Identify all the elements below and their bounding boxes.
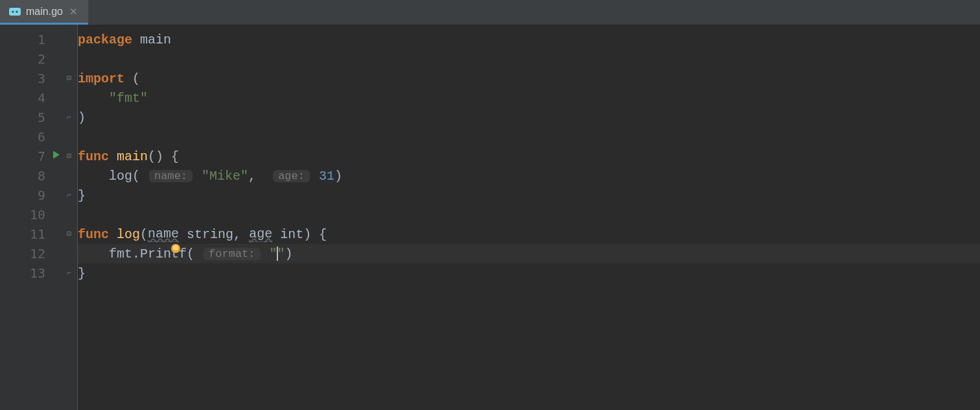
editor-viewport: 1 2 3 4 5 6 7 8 9 10 11 12 13 ⊟ ⌐ — [0, 25, 980, 410]
run-gutter-icon[interactable] — [52, 151, 61, 163]
fold-end-icon: ⌐ — [67, 269, 71, 277]
tab-bar: main.go ✕ — [0, 0, 980, 25]
code-line[interactable] — [78, 205, 980, 224]
keyword-token: import — [78, 71, 124, 86]
fold-toggle-icon[interactable]: ⊟ — [67, 230, 71, 238]
param-hint: name: — [149, 170, 192, 182]
code-line[interactable]: func log(name string, age int) { — [78, 224, 980, 244]
punct-token: } — [78, 266, 86, 281]
keyword-token: package — [78, 32, 132, 47]
line-number: 2 — [38, 51, 45, 67]
punct-token: () { — [148, 149, 179, 164]
close-icon[interactable]: ✕ — [68, 5, 79, 18]
line-number: 9 — [38, 187, 45, 203]
line-number: 10 — [30, 207, 45, 223]
code-line[interactable]: func main() { — [78, 147, 980, 166]
function-name-token: main — [117, 149, 148, 164]
line-number: 11 — [30, 226, 45, 242]
line-number: 13 — [30, 265, 45, 281]
line-number: 4 — [38, 90, 45, 106]
line-number: 12 — [30, 246, 45, 261]
code-line[interactable]: } — [78, 263, 980, 283]
code-line[interactable]: } — [78, 186, 980, 205]
line-number: 1 — [38, 32, 45, 47]
editor-root: main.go ✕ 1 2 3 4 5 6 7 8 9 10 11 12 13 — [0, 0, 980, 410]
svg-point-1 — [12, 10, 14, 12]
code-line[interactable]: "fmt" — [78, 88, 980, 108]
line-number: 3 — [38, 71, 45, 86]
fold-toggle-icon[interactable]: ⊟ — [67, 152, 71, 160]
string-token: " — [277, 247, 285, 261]
punct-token: ( — [132, 71, 140, 86]
code-line[interactable]: ) — [78, 108, 980, 127]
fold-end-icon: ⌐ — [67, 114, 71, 121]
param-token: age — [249, 226, 272, 242]
punct-token: } — [78, 188, 86, 203]
punct-token: , — [248, 169, 256, 184]
punct-token: ( — [140, 227, 148, 242]
fold-toggle-icon[interactable]: ⊟ — [67, 75, 71, 82]
fold-gutter: ⊟ ⌐ ⊟ ⌐ ⊟ ⌐ — [65, 25, 77, 410]
line-number: 6 — [38, 129, 45, 145]
number-token: 31 — [319, 169, 334, 184]
code-line[interactable] — [78, 49, 980, 69]
line-number: 5 — [38, 110, 45, 125]
svg-point-4 — [17, 11, 18, 12]
function-name-token: log — [117, 227, 140, 242]
string-token: "Mike" — [202, 169, 248, 184]
code-line-current[interactable]: fmt.Printf( format: "") — [78, 244, 980, 263]
punct-token: ) — [285, 247, 293, 261]
param-token: name — [148, 226, 179, 242]
svg-point-2 — [16, 10, 18, 12]
tab-main-go[interactable]: main.go ✕ — [0, 0, 88, 25]
string-token: "fmt" — [109, 91, 148, 106]
line-number-gutter: 1 2 3 4 5 6 7 8 9 10 11 12 13 — [0, 25, 65, 410]
param-hint: age: — [273, 170, 310, 182]
punct-token: ) — [78, 110, 86, 125]
identifier-token: main — [140, 32, 171, 47]
line-number: 7 — [38, 149, 45, 164]
punct-token: ) { — [303, 227, 327, 242]
svg-point-7 — [173, 245, 178, 250]
type-token: string — [187, 227, 233, 242]
code-line[interactable]: package main — [78, 30, 980, 49]
intention-bulb-icon[interactable] — [92, 228, 104, 239]
tab-filename: main.go — [26, 6, 63, 18]
fold-end-icon: ⌐ — [67, 191, 71, 199]
punct-token: ( — [132, 169, 140, 184]
svg-rect-0 — [9, 8, 21, 16]
keyword-token: func — [78, 149, 109, 164]
punct-token: ( — [187, 247, 194, 261]
call-token: log — [109, 169, 132, 184]
param-hint: format: — [204, 248, 260, 260]
code-line[interactable]: log( name: "Mike", age: 31) — [78, 166, 980, 186]
code-line[interactable] — [78, 127, 980, 147]
go-file-icon — [9, 6, 21, 18]
type-token: int — [280, 227, 303, 242]
code-area[interactable]: package main import ( "fmt" ) func main(… — [77, 25, 980, 410]
code-line[interactable]: import ( — [78, 69, 980, 88]
punct-token: ) — [334, 169, 342, 184]
svg-marker-5 — [53, 151, 60, 159]
svg-point-3 — [13, 11, 14, 12]
line-number: 8 — [38, 168, 45, 184]
